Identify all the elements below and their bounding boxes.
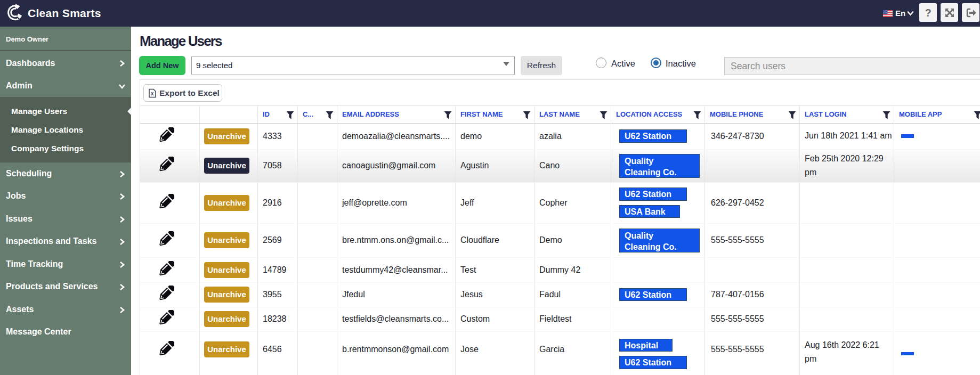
svg-text:x: x (151, 91, 154, 96)
